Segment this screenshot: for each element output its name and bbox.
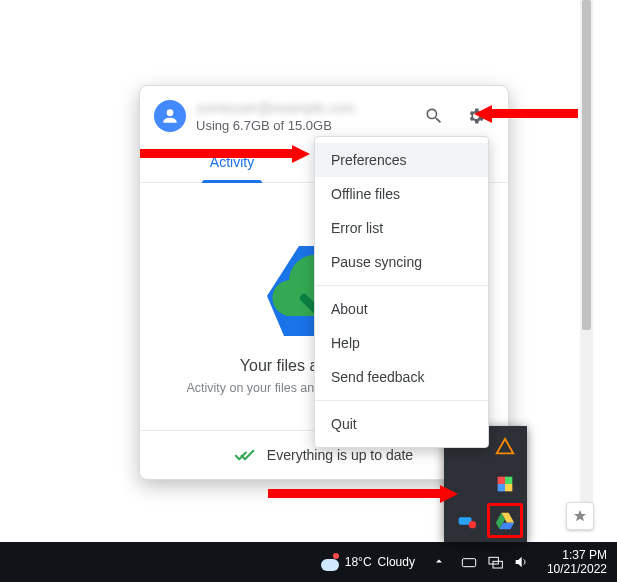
menu-offline-files[interactable]: Offline files: [315, 177, 488, 211]
svg-point-0: [167, 109, 174, 116]
tray-icon-security[interactable]: [487, 467, 524, 502]
tray-icon-bt[interactable]: [448, 503, 485, 538]
search-icon: [424, 106, 444, 126]
svg-rect-5: [505, 484, 512, 491]
clock-date: 10/21/2022: [547, 562, 607, 576]
menu-divider: [315, 285, 488, 286]
tab-activity[interactable]: Activity: [140, 142, 324, 182]
settings-button[interactable]: [458, 98, 494, 134]
svg-rect-9: [489, 557, 498, 564]
svg-rect-3: [505, 477, 512, 484]
weather-icon: [321, 553, 339, 571]
svg-rect-10: [493, 561, 502, 568]
taskbar: 18°C Cloudy 1:37 PM 10/21/2022: [0, 542, 617, 582]
menu-send-feedback[interactable]: Send feedback: [315, 360, 488, 394]
svg-rect-4: [497, 484, 504, 491]
svg-rect-2: [497, 477, 504, 484]
taskbar-status-icons: [453, 554, 537, 570]
taskbar-weather[interactable]: 18°C Cloudy: [311, 553, 425, 571]
tray-icon-3[interactable]: [448, 467, 485, 502]
device-icon: [455, 510, 477, 532]
tray-icon-google-drive[interactable]: [487, 503, 524, 538]
menu-preferences[interactable]: Preferences: [315, 143, 488, 177]
menu-about[interactable]: About: [315, 292, 488, 326]
menu-quit[interactable]: Quit: [315, 407, 488, 441]
search-button[interactable]: [416, 98, 452, 134]
shield-icon: [494, 473, 516, 495]
triangle-icon: [494, 436, 516, 458]
double-check-icon: [235, 445, 255, 465]
volume-icon[interactable]: [513, 554, 529, 570]
clock-time: 1:37 PM: [547, 548, 607, 562]
keyboard-icon[interactable]: [461, 554, 477, 570]
menu-divider: [315, 400, 488, 401]
google-drive-icon: [494, 510, 516, 532]
plus-icon: [572, 508, 588, 524]
user-email: someuser@example.com: [196, 100, 406, 116]
avatar[interactable]: [154, 100, 186, 132]
taskbar-clock[interactable]: 1:37 PM 10/21/2022: [537, 548, 617, 577]
network-icon[interactable]: [487, 554, 503, 570]
scrollbar[interactable]: [580, 0, 593, 520]
svg-rect-8: [462, 559, 475, 567]
weather-cond: Cloudy: [378, 555, 415, 569]
svg-point-7: [469, 521, 476, 528]
user-icon: [160, 106, 180, 126]
menu-error-list[interactable]: Error list: [315, 211, 488, 245]
weather-temp: 18°C: [345, 555, 372, 569]
tray-chevron[interactable]: [425, 555, 453, 570]
gear-icon: [466, 106, 486, 126]
chevron-up-icon: [433, 555, 445, 567]
popup-header: someuser@example.com Using 6.7GB of 15.0…: [140, 86, 508, 142]
menu-help[interactable]: Help: [315, 326, 488, 360]
tray-icon-app[interactable]: [487, 430, 524, 465]
menu-pause-syncing[interactable]: Pause syncing: [315, 245, 488, 279]
user-info: someuser@example.com Using 6.7GB of 15.0…: [196, 100, 406, 133]
status-text: Everything is up to date: [267, 447, 413, 463]
notes-button[interactable]: [566, 502, 594, 530]
settings-menu: Preferences Offline files Error list Pau…: [314, 136, 489, 448]
storage-usage: Using 6.7GB of 15.0GB: [196, 118, 406, 133]
